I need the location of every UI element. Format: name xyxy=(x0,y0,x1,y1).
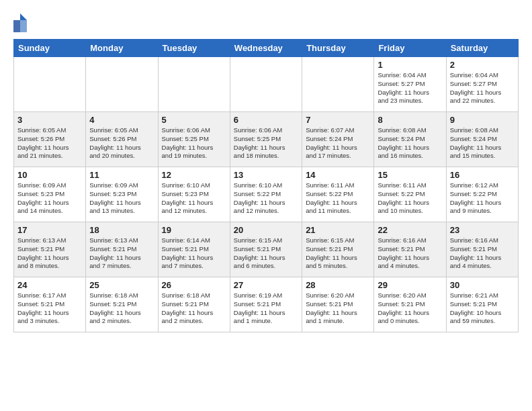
day-info: Sunrise: 6:07 AM Sunset: 5:24 PM Dayligh… xyxy=(306,126,370,161)
day-number: 17 xyxy=(17,225,82,235)
calendar-row-2: 10Sunrise: 6:09 AM Sunset: 5:23 PM Dayli… xyxy=(14,167,519,222)
col-header-wednesday: Wednesday xyxy=(230,40,302,57)
calendar-row-1: 3Sunrise: 6:05 AM Sunset: 5:26 PM Daylig… xyxy=(14,112,519,167)
calendar-cell: 28Sunrise: 6:20 AM Sunset: 5:21 PM Dayli… xyxy=(302,277,374,332)
day-number: 30 xyxy=(450,280,515,290)
svg-marker-0 xyxy=(20,13,27,20)
calendar-cell: 25Sunrise: 6:18 AM Sunset: 5:21 PM Dayli… xyxy=(86,277,158,332)
calendar-row-3: 17Sunrise: 6:13 AM Sunset: 5:21 PM Dayli… xyxy=(14,222,519,277)
day-info: Sunrise: 6:18 AM Sunset: 5:21 PM Dayligh… xyxy=(89,291,154,326)
calendar-cell: 19Sunrise: 6:14 AM Sunset: 5:21 PM Dayli… xyxy=(158,222,230,277)
day-number: 4 xyxy=(89,115,154,125)
calendar-row-0: 1Sunrise: 6:04 AM Sunset: 5:27 PM Daylig… xyxy=(14,57,519,112)
day-number: 14 xyxy=(306,170,370,180)
calendar-cell: 2Sunrise: 6:04 AM Sunset: 5:27 PM Daylig… xyxy=(446,57,518,112)
svg-marker-2 xyxy=(13,20,20,32)
day-info: Sunrise: 6:12 AM Sunset: 5:22 PM Dayligh… xyxy=(450,181,515,216)
calendar-cell: 14Sunrise: 6:11 AM Sunset: 5:22 PM Dayli… xyxy=(302,167,374,222)
calendar-cell: 4Sunrise: 6:05 AM Sunset: 5:26 PM Daylig… xyxy=(86,112,158,167)
calendar-cell: 11Sunrise: 6:09 AM Sunset: 5:23 PM Dayli… xyxy=(86,167,158,222)
day-info: Sunrise: 6:21 AM Sunset: 5:21 PM Dayligh… xyxy=(450,291,515,326)
calendar-cell xyxy=(158,57,230,112)
calendar-cell: 21Sunrise: 6:15 AM Sunset: 5:21 PM Dayli… xyxy=(302,222,374,277)
day-info: Sunrise: 6:13 AM Sunset: 5:21 PM Dayligh… xyxy=(89,236,154,271)
col-header-friday: Friday xyxy=(374,40,446,57)
day-info: Sunrise: 6:20 AM Sunset: 5:21 PM Dayligh… xyxy=(378,291,442,326)
day-number: 24 xyxy=(17,280,82,290)
day-info: Sunrise: 6:10 AM Sunset: 5:22 PM Dayligh… xyxy=(234,181,298,216)
calendar-cell: 13Sunrise: 6:10 AM Sunset: 5:22 PM Dayli… xyxy=(230,167,302,222)
calendar-cell: 16Sunrise: 6:12 AM Sunset: 5:22 PM Dayli… xyxy=(446,167,518,222)
calendar-cell: 6Sunrise: 6:06 AM Sunset: 5:25 PM Daylig… xyxy=(230,112,302,167)
day-info: Sunrise: 6:04 AM Sunset: 5:27 PM Dayligh… xyxy=(378,71,442,105)
day-info: Sunrise: 6:17 AM Sunset: 5:21 PM Dayligh… xyxy=(17,291,82,326)
day-info: Sunrise: 6:04 AM Sunset: 5:27 PM Dayligh… xyxy=(450,71,515,105)
day-number: 15 xyxy=(378,170,442,180)
calendar-cell: 1Sunrise: 6:04 AM Sunset: 5:27 PM Daylig… xyxy=(374,57,446,112)
calendar-cell: 27Sunrise: 6:19 AM Sunset: 5:21 PM Dayli… xyxy=(230,277,302,332)
calendar-table: SundayMondayTuesdayWednesdayThursdayFrid… xyxy=(13,39,519,332)
calendar-cell xyxy=(302,57,374,112)
day-info: Sunrise: 6:19 AM Sunset: 5:21 PM Dayligh… xyxy=(234,291,298,326)
day-info: Sunrise: 6:09 AM Sunset: 5:23 PM Dayligh… xyxy=(17,181,82,216)
svg-marker-1 xyxy=(20,20,27,32)
day-number: 10 xyxy=(17,170,82,180)
col-header-sunday: Sunday xyxy=(14,40,86,57)
day-number: 21 xyxy=(306,225,370,235)
day-number: 28 xyxy=(306,280,370,290)
day-info: Sunrise: 6:10 AM Sunset: 5:23 PM Dayligh… xyxy=(162,181,226,216)
day-info: Sunrise: 6:16 AM Sunset: 5:21 PM Dayligh… xyxy=(450,236,515,271)
day-info: Sunrise: 6:08 AM Sunset: 5:24 PM Dayligh… xyxy=(378,126,442,161)
logo-icon xyxy=(13,13,27,32)
calendar-cell: 3Sunrise: 6:05 AM Sunset: 5:26 PM Daylig… xyxy=(14,112,86,167)
day-info: Sunrise: 6:18 AM Sunset: 5:21 PM Dayligh… xyxy=(162,291,226,326)
calendar-cell xyxy=(86,57,158,112)
page: SundayMondayTuesdayWednesdayThursdayFrid… xyxy=(0,0,532,411)
day-info: Sunrise: 6:20 AM Sunset: 5:21 PM Dayligh… xyxy=(306,291,370,326)
day-number: 2 xyxy=(450,60,515,70)
day-number: 18 xyxy=(89,225,154,235)
calendar-cell xyxy=(14,57,86,112)
day-info: Sunrise: 6:11 AM Sunset: 5:22 PM Dayligh… xyxy=(306,181,370,216)
calendar-cell: 17Sunrise: 6:13 AM Sunset: 5:21 PM Dayli… xyxy=(14,222,86,277)
day-number: 25 xyxy=(89,280,154,290)
day-number: 16 xyxy=(450,170,515,180)
calendar-cell: 24Sunrise: 6:17 AM Sunset: 5:21 PM Dayli… xyxy=(14,277,86,332)
calendar-cell: 10Sunrise: 6:09 AM Sunset: 5:23 PM Dayli… xyxy=(14,167,86,222)
calendar-cell: 29Sunrise: 6:20 AM Sunset: 5:21 PM Dayli… xyxy=(374,277,446,332)
day-info: Sunrise: 6:08 AM Sunset: 5:24 PM Dayligh… xyxy=(450,126,515,161)
day-number: 22 xyxy=(378,225,442,235)
day-number: 29 xyxy=(378,280,442,290)
calendar-cell: 12Sunrise: 6:10 AM Sunset: 5:23 PM Dayli… xyxy=(158,167,230,222)
calendar-cell: 20Sunrise: 6:15 AM Sunset: 5:21 PM Dayli… xyxy=(230,222,302,277)
day-number: 11 xyxy=(89,170,154,180)
calendar-cell: 7Sunrise: 6:07 AM Sunset: 5:24 PM Daylig… xyxy=(302,112,374,167)
day-info: Sunrise: 6:15 AM Sunset: 5:21 PM Dayligh… xyxy=(306,236,370,271)
calendar-cell: 9Sunrise: 6:08 AM Sunset: 5:24 PM Daylig… xyxy=(446,112,518,167)
col-header-thursday: Thursday xyxy=(302,40,374,57)
calendar-cell: 5Sunrise: 6:06 AM Sunset: 5:25 PM Daylig… xyxy=(158,112,230,167)
day-info: Sunrise: 6:15 AM Sunset: 5:21 PM Dayligh… xyxy=(234,236,298,271)
calendar-cell: 8Sunrise: 6:08 AM Sunset: 5:24 PM Daylig… xyxy=(374,112,446,167)
calendar-cell: 23Sunrise: 6:16 AM Sunset: 5:21 PM Dayli… xyxy=(446,222,518,277)
day-info: Sunrise: 6:05 AM Sunset: 5:26 PM Dayligh… xyxy=(89,126,154,161)
col-header-monday: Monday xyxy=(86,40,158,57)
calendar-cell: 18Sunrise: 6:13 AM Sunset: 5:21 PM Dayli… xyxy=(86,222,158,277)
calendar-cell: 22Sunrise: 6:16 AM Sunset: 5:21 PM Dayli… xyxy=(374,222,446,277)
day-number: 5 xyxy=(162,115,226,125)
calendar-cell: 26Sunrise: 6:18 AM Sunset: 5:21 PM Dayli… xyxy=(158,277,230,332)
col-header-saturday: Saturday xyxy=(446,40,518,57)
day-number: 19 xyxy=(162,225,226,235)
day-info: Sunrise: 6:06 AM Sunset: 5:25 PM Dayligh… xyxy=(234,126,298,161)
day-info: Sunrise: 6:16 AM Sunset: 5:21 PM Dayligh… xyxy=(378,236,442,271)
day-number: 12 xyxy=(162,170,226,180)
calendar-row-4: 24Sunrise: 6:17 AM Sunset: 5:21 PM Dayli… xyxy=(14,277,519,332)
day-number: 20 xyxy=(234,225,298,235)
day-number: 13 xyxy=(234,170,298,180)
calendar-cell: 30Sunrise: 6:21 AM Sunset: 5:21 PM Dayli… xyxy=(446,277,518,332)
day-info: Sunrise: 6:06 AM Sunset: 5:25 PM Dayligh… xyxy=(162,126,226,161)
calendar-cell xyxy=(230,57,302,112)
day-info: Sunrise: 6:13 AM Sunset: 5:21 PM Dayligh… xyxy=(17,236,82,271)
day-info: Sunrise: 6:05 AM Sunset: 5:26 PM Dayligh… xyxy=(17,126,82,161)
day-number: 9 xyxy=(450,115,515,125)
